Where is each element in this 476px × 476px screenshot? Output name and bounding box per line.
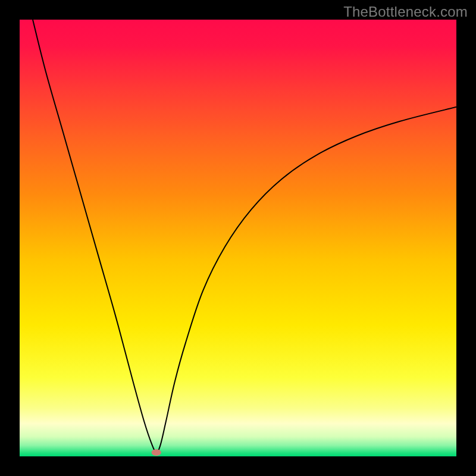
plot-area <box>20 20 456 456</box>
gradient-background <box>20 20 456 456</box>
plot-svg <box>20 20 456 456</box>
watermark-text: TheBottleneck.com <box>343 4 468 20</box>
optimal-point-marker <box>152 449 161 456</box>
chart-frame: TheBottleneck.com <box>0 0 476 476</box>
